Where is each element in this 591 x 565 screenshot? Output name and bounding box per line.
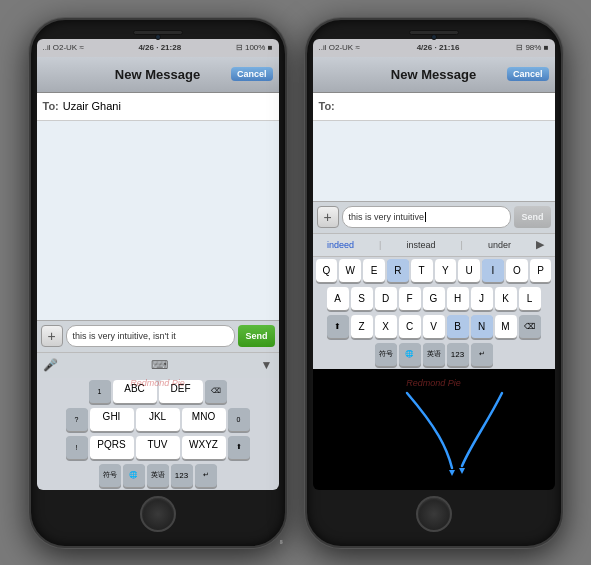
key-return-left[interactable]: ↵ [195, 464, 217, 488]
key-n[interactable]: N [471, 315, 493, 339]
key-t[interactable]: T [411, 259, 433, 283]
key-shift-right[interactable]: ⬆ [327, 315, 349, 339]
kb-row-2-right: A S D F G H J K L [313, 285, 555, 313]
key-1[interactable]: 1 [89, 380, 111, 404]
autocorrect-bar: indeed | instead | under ▶ [313, 233, 555, 257]
to-label-left: To: [43, 100, 59, 112]
key-backspace-left[interactable]: ⌫ [205, 380, 227, 404]
key-shift-left[interactable]: ⬆ [228, 436, 250, 460]
phones-container: ..il O2-UK ≈ 4/26 · 21:28 ⊟ 100% ■ New M… [29, 18, 563, 548]
input-row-right: + this is very intuitive Send [313, 201, 555, 233]
key-symbol-right[interactable]: 符号 [375, 343, 397, 367]
status-signal-right: ..il O2-UK ≈ [319, 43, 360, 52]
key-tuv[interactable]: TUV8 [136, 436, 180, 460]
key-d[interactable]: D [375, 287, 397, 311]
status-battery-right: ⊟ 98% ■ [516, 43, 548, 52]
key-k[interactable]: K [495, 287, 517, 311]
chevron-down-icon-left[interactable]: ▼ [261, 358, 273, 372]
key-v[interactable]: V [423, 315, 445, 339]
key-symbol-left[interactable]: 符号 [99, 464, 121, 488]
kb-toolbar-left: 🎤 ⌨ ▼ [37, 352, 279, 378]
kb-row-1-left: 1 ABC2 DEF3 ⌫ [37, 378, 279, 406]
key-o[interactable]: O [506, 259, 528, 283]
key-abc[interactable]: ABC2 [113, 380, 157, 404]
key-x[interactable]: X [375, 315, 397, 339]
key-lang-left[interactable]: 英语 [147, 464, 169, 488]
key-def[interactable]: DEF3 [159, 380, 203, 404]
text-input-right[interactable]: this is very intuitive [342, 206, 512, 228]
to-field-right[interactable]: To: [313, 93, 555, 121]
key-a[interactable]: A [327, 287, 349, 311]
msg-header-right: New Message Cancel [313, 57, 555, 93]
text-input-left[interactable]: this is very intuitive, isn't it [66, 325, 236, 347]
key-w[interactable]: W [339, 259, 361, 283]
msg-body-right [313, 121, 555, 201]
autocorrect-arrow[interactable]: ▶ [536, 238, 544, 251]
key-c[interactable]: C [399, 315, 421, 339]
cancel-btn-right[interactable]: Cancel [507, 67, 549, 81]
home-btn-left[interactable] [140, 496, 176, 532]
key-r[interactable]: R [387, 259, 409, 283]
key-mno[interactable]: MNO6 [182, 408, 226, 432]
key-b[interactable]: B [447, 315, 469, 339]
screen-left: ..il O2-UK ≈ 4/26 · 21:28 ⊟ 100% ■ New M… [37, 39, 279, 490]
key-123-left[interactable]: 123 [171, 464, 193, 488]
send-btn-right[interactable]: Send [514, 206, 550, 228]
key-u[interactable]: U [458, 259, 480, 283]
key-123-right[interactable]: 123 [447, 343, 469, 367]
key-backspace-right[interactable]: ⌫ [519, 315, 541, 339]
key-m[interactable]: M [495, 315, 517, 339]
key-e[interactable]: E [363, 259, 385, 283]
key-h[interactable]: H [447, 287, 469, 311]
key-q[interactable]: Q [316, 259, 338, 283]
keyboard-left: 1 ABC2 DEF3 ⌫ ? GHI4 JKL5 MNO6 0 ! PQRS7… [37, 378, 279, 490]
key-excl[interactable]: ! [66, 436, 88, 460]
key-p[interactable]: P [530, 259, 552, 283]
key-globe-left[interactable]: 🌐 [123, 464, 145, 488]
status-signal-left: ..il O2-UK ≈ [43, 43, 84, 52]
home-btn-right[interactable] [416, 496, 452, 532]
key-l[interactable]: L [519, 287, 541, 311]
key-4[interactable]: ? [66, 408, 88, 432]
autocorrect-instead[interactable]: instead [402, 240, 439, 250]
key-s[interactable]: S [351, 287, 373, 311]
key-wxyz[interactable]: WXYZ9 [182, 436, 226, 460]
cancel-btn-left[interactable]: Cancel [231, 67, 273, 81]
key-z[interactable]: Z [351, 315, 373, 339]
msg-body-left [37, 121, 279, 320]
key-y[interactable]: Y [435, 259, 457, 283]
key-g[interactable]: G [423, 287, 445, 311]
key-f[interactable]: F [399, 287, 421, 311]
screen-right: ..il O2-UK ≈ 4/26 · 21:16 ⊟ 98% ■ New Me… [313, 39, 555, 490]
key-return-right[interactable]: ↵ [471, 343, 493, 367]
plus-btn-left[interactable]: + [41, 325, 63, 347]
svg-marker-0 [449, 470, 455, 476]
key-j[interactable]: J [471, 287, 493, 311]
status-time-right: 4/26 · 21:16 [417, 43, 460, 52]
key-pqrs[interactable]: PQRS7 [90, 436, 134, 460]
key-globe-right[interactable]: 🌐 [399, 343, 421, 367]
svg-marker-1 [459, 468, 465, 474]
key-lang-right[interactable]: 英语 [423, 343, 445, 367]
key-ghi[interactable]: GHI4 [90, 408, 134, 432]
to-field-left[interactable]: To: Uzair Ghani [37, 93, 279, 121]
key-0[interactable]: 0 [228, 408, 250, 432]
autocorrect-indeed[interactable]: indeed [323, 240, 358, 250]
kb-icon-left[interactable]: ⌨ [151, 358, 168, 372]
to-label-right: To: [319, 100, 335, 112]
plus-btn-right[interactable]: + [317, 206, 339, 228]
send-btn-left[interactable]: Send [238, 325, 274, 347]
kb-row-1-right: Q W E R T Y U I O P [313, 257, 555, 285]
phone-left: ..il O2-UK ≈ 4/26 · 21:28 ⊟ 100% ■ New M… [29, 18, 287, 548]
key-i[interactable]: I [482, 259, 504, 283]
phone-right: ..il O2-UK ≈ 4/26 · 21:16 ⊟ 98% ■ New Me… [305, 18, 563, 548]
mic-icon-left[interactable]: 🎤 [43, 358, 58, 372]
to-value-left: Uzair Ghani [63, 100, 121, 112]
status-time-left: 4/26 · 21:28 [138, 43, 181, 52]
camera-right [431, 34, 437, 40]
autocorrect-under[interactable]: under [484, 240, 515, 250]
msg-title-right: New Message [391, 67, 476, 82]
key-jkl[interactable]: JKL5 [136, 408, 180, 432]
arrow-annotation [313, 388, 555, 478]
input-row-left: + this is very intuitive, isn't it Send [37, 320, 279, 352]
